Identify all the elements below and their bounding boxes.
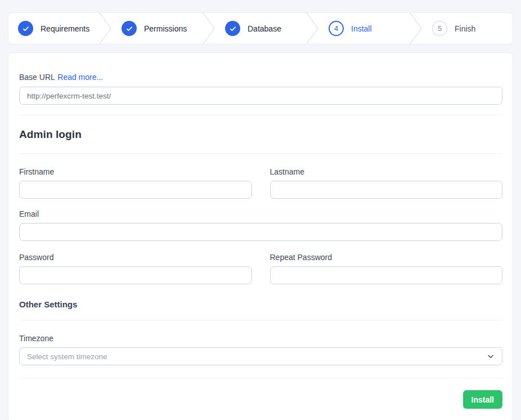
step-label: Permissions [144,24,187,33]
step-number-badge: 4 [329,21,344,36]
repeat-password-field-group: Repeat Password [270,253,503,284]
firstname-label: Firstname [19,167,252,176]
step-label: Install [351,24,372,33]
read-more-link[interactable]: Read more... [57,73,103,82]
timezone-select[interactable]: Select system timezone [19,347,502,365]
step-install[interactable]: 4 Install [319,13,409,44]
step-finish[interactable]: 5 Finish [423,13,513,44]
install-wizard-stepper: Requirements Permissions Database 4 Inst… [8,12,513,44]
divider [19,115,502,115]
step-permissions[interactable]: Permissions [112,13,202,44]
divider [19,153,502,154]
step-separator-chevron-icon [409,13,423,44]
install-form-card: Base URL Read more... Admin login Firstn… [8,52,513,420]
firstname-input[interactable] [19,181,252,199]
chevron-down-icon [487,352,495,360]
install-button[interactable]: Install [463,390,502,409]
check-icon [122,21,137,36]
other-settings-heading: Other Settings [19,300,502,309]
email-input[interactable] [19,223,502,241]
step-separator-chevron-icon [202,13,215,44]
step-label: Finish [455,24,475,33]
step-number-badge: 5 [432,21,447,36]
check-icon [225,21,240,36]
base-url-label: Base URL [19,73,55,82]
base-url-label-row: Base URL Read more... [19,72,502,82]
step-separator-chevron-icon [306,13,319,44]
step-requirements[interactable]: Requirements [8,13,98,44]
lastname-field-group: Lastname [270,167,503,199]
email-label: Email [19,209,502,218]
repeat-password-label: Repeat Password [270,253,503,262]
check-icon [18,21,33,36]
lastname-label: Lastname [270,167,503,176]
divider [19,378,502,378]
form-footer: Install [19,390,502,409]
timezone-placeholder: Select system timezone [27,352,107,361]
repeat-password-input[interactable] [270,266,503,284]
step-label: Database [248,24,281,33]
timezone-label: Timezone [19,334,502,343]
password-input[interactable] [19,266,252,284]
divider [19,320,502,320]
step-database[interactable]: Database [215,13,306,44]
admin-login-heading: Admin login [19,128,502,141]
lastname-input[interactable] [270,181,503,199]
step-label: Requirements [41,24,89,33]
step-separator-chevron-icon [98,13,112,44]
firstname-field-group: Firstname [19,167,252,199]
password-field-group: Password [19,253,252,284]
base-url-input[interactable] [19,87,502,105]
password-label: Password [19,253,252,262]
